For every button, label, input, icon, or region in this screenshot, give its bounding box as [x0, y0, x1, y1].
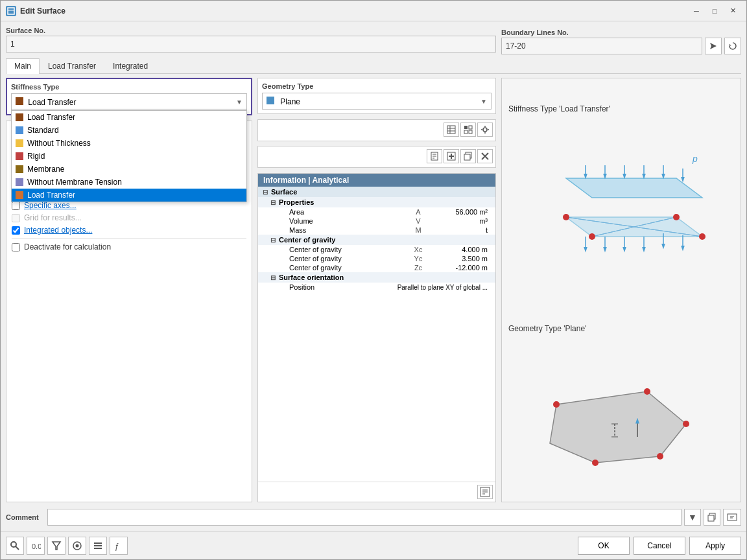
surface-cell: Surface	[271, 188, 493, 196]
bottom-btn-settings2[interactable]	[89, 537, 107, 555]
boundary-refresh-button[interactable]	[724, 38, 741, 54]
maximize-button[interactable]: □	[706, 5, 723, 18]
tb-btn-copy[interactable]	[460, 149, 476, 163]
geometry-color-swatch	[267, 97, 274, 104]
svg-rect-6	[464, 126, 468, 129]
info-footer	[258, 482, 495, 502]
zc-sym: Zc	[409, 264, 428, 272]
option-grid-results: Grid for results...	[12, 213, 246, 222]
stiffness-item-load-transfer-top[interactable]: Load Transfer	[12, 111, 246, 124]
zc-label: Center of gravity	[289, 264, 409, 272]
ok-button[interactable]: OK	[578, 537, 630, 555]
mass-label: Mass	[289, 226, 409, 234]
mass-val: t	[428, 226, 493, 234]
stiffness-item-membrane[interactable]: Membrane	[12, 163, 246, 176]
close-button[interactable]: ✕	[724, 5, 741, 18]
diagram-area: Stiffness Type 'Load Transfer'	[501, 78, 741, 502]
tab-load-transfer[interactable]: Load Transfer	[40, 58, 104, 73]
item-label: Load Transfer	[27, 191, 75, 200]
color-swatch	[16, 126, 23, 134]
svg-point-60	[657, 453, 663, 460]
surface-no-section: Surface No.	[6, 27, 496, 54]
expand-icon[interactable]: ⊟	[268, 273, 278, 282]
window-controls: ─ □ ✕	[688, 5, 741, 18]
svg-text:ƒ: ƒ	[115, 542, 119, 551]
tb-btn-delete[interactable]	[477, 149, 493, 163]
apply-button[interactable]: Apply	[689, 537, 741, 555]
tree-row-xc: Center of gravity Xc 4.000 m	[258, 245, 495, 254]
color-swatch	[16, 165, 23, 173]
expand-icon[interactable]: ⊟	[268, 235, 278, 244]
boundary-input[interactable]	[501, 38, 702, 54]
expand-icon[interactable]: ⊟	[261, 187, 270, 196]
titlebar: Edit Surface ─ □ ✕	[1, 1, 746, 21]
comment-extra-btn[interactable]	[723, 509, 741, 526]
svg-rect-8	[464, 130, 468, 134]
tb-btn-doc[interactable]	[427, 149, 442, 163]
tb-btn-table[interactable]	[444, 122, 459, 137]
volume-sym: V	[409, 217, 428, 225]
svg-point-58	[644, 388, 650, 395]
svg-rect-67	[708, 515, 714, 521]
position-label: Position	[289, 283, 370, 291]
area-sym: A	[409, 208, 428, 216]
integrated-objects-checkbox[interactable]	[12, 226, 20, 235]
mass-sym: M	[409, 226, 428, 234]
dropdown-arrow-icon: ▼	[480, 98, 487, 105]
stiffness-selected: Load Transfer	[16, 97, 76, 107]
stiffness-dropdown[interactable]: Load Transfer ▼	[11, 93, 247, 110]
stiffness-item-standard[interactable]: Standard	[12, 124, 246, 137]
tb-btn-add[interactable]	[444, 149, 459, 163]
bottom-btn-search[interactable]	[6, 537, 24, 555]
tb-btn-settings[interactable]	[477, 122, 493, 137]
volume-val: m³	[428, 217, 493, 225]
bottom-left-icons: 0.00 ƒ	[6, 537, 128, 555]
comment-section: Comment ▼	[6, 506, 741, 526]
bottom-btn-view[interactable]	[68, 537, 86, 555]
geometry-dropdown[interactable]: Plane ▼	[262, 93, 492, 110]
stiffness-item-without-thickness[interactable]: Without Thickness	[12, 137, 246, 150]
specific-axes-label[interactable]: Specific axes...	[24, 201, 77, 210]
deactivate-checkbox[interactable]	[12, 243, 20, 251]
window-title: Edit Surface	[20, 6, 688, 16]
svg-point-59	[683, 421, 689, 427]
stiffness-item-without-membrane-tension[interactable]: Without Membrane Tension	[12, 176, 246, 189]
boundary-pick-button[interactable]	[705, 38, 722, 54]
stiffness-item-load-transfer[interactable]: Load Transfer	[12, 189, 246, 202]
tree-row-properties: ⊟ Properties	[258, 197, 495, 207]
xc-sym: Xc	[409, 246, 428, 253]
orientation-cell: Surface orientation	[279, 274, 493, 281]
bottom-btn-decimal[interactable]: 0.00	[27, 537, 45, 555]
cancel-button[interactable]: Cancel	[634, 537, 685, 555]
yc-val: 3.500 m	[428, 255, 493, 262]
right-panel: Stiffness Type 'Load Transfer'	[501, 78, 741, 502]
item-label: Without Membrane Tension	[27, 178, 122, 187]
bottom-btn-filter[interactable]	[47, 537, 65, 555]
comment-dropdown-btn[interactable]: ▼	[684, 509, 701, 526]
stiffness-item-rigid[interactable]: Rigid	[12, 150, 246, 163]
surface-no-input[interactable]	[6, 36, 496, 52]
tree-row-volume: Volume V m³	[258, 216, 495, 226]
boundary-section: Boundary Lines No.	[501, 27, 741, 54]
tb-btn-grid[interactable]	[460, 122, 476, 137]
tab-main[interactable]: Main	[6, 58, 40, 74]
tree-row-mass: Mass M t	[258, 226, 495, 235]
specific-axes-checkbox[interactable]	[12, 202, 20, 210]
tabs-row: Main Load Transfer Integrated	[6, 58, 741, 74]
minimize-button[interactable]: ─	[688, 5, 705, 18]
svg-point-57	[553, 401, 560, 408]
info-export-button[interactable]	[477, 485, 493, 499]
comment-copy-btn[interactable]	[704, 509, 720, 526]
option-integrated-objects: Integrated objects...	[12, 226, 246, 235]
integrated-objects-label[interactable]: Integrated objects...	[24, 226, 92, 235]
comment-label: Comment	[6, 513, 45, 521]
middle-panel: Geometry Type Plane ▼	[257, 78, 496, 502]
color-swatch	[16, 152, 23, 160]
grid-results-checkbox[interactable]	[12, 214, 20, 222]
expand-icon[interactable]: ⊟	[268, 198, 278, 207]
bottom-btn-formula[interactable]: ƒ	[110, 537, 128, 555]
svg-text:0.00: 0.00	[32, 542, 41, 550]
tab-integrated[interactable]: Integrated	[104, 58, 156, 73]
svg-point-49	[699, 233, 706, 240]
comment-input[interactable]	[47, 509, 682, 526]
